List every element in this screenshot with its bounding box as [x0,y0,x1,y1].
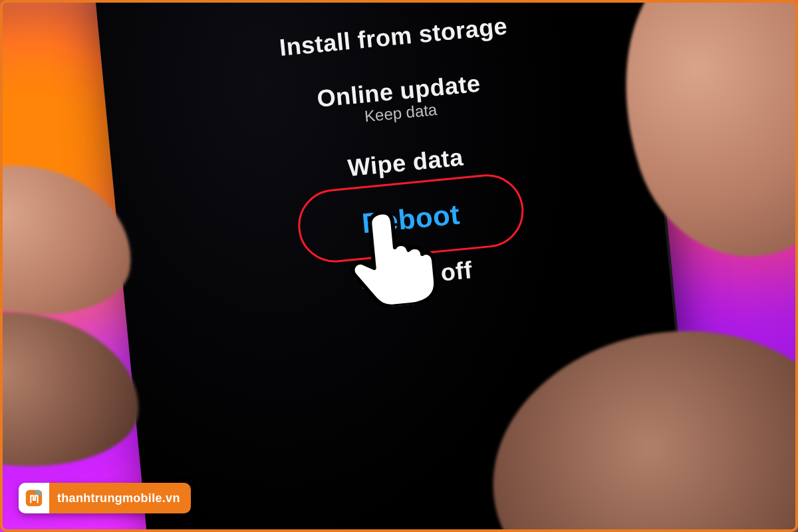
menu-item-label: Install from storage [278,12,509,62]
menu-item-power-off[interactable]: Power off [359,256,473,295]
watermark-text: thanhtrungmobile.vn [49,483,191,513]
watermark-logo-icon [19,483,49,513]
menu-item-label: Wipe data [346,144,464,183]
menu-item-reboot[interactable]: Reboot [360,198,462,239]
menu-item-label: Reboot [360,198,462,239]
menu-item-label: Power off [359,256,473,295]
menu-item-wipe-data[interactable]: Wipe data [346,144,464,183]
recovery-menu: Install from storage Online update Keep … [278,12,531,300]
menu-item-install-from-storage[interactable]: Install from storage [278,12,509,62]
menu-item-online-update[interactable]: Online update Keep data [316,70,483,130]
watermark-badge: thanhtrungmobile.vn [19,483,191,513]
